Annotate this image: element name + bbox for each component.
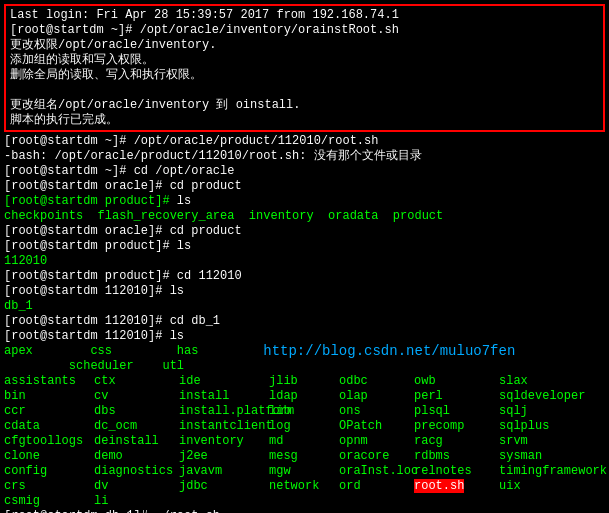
f5: cfgtoollogs — [4, 434, 94, 449]
text: 脚本的执行已完成。 — [10, 113, 118, 128]
root-sh-highlight: root.sh — [414, 479, 464, 493]
f52: sqldeveloper — [499, 389, 599, 404]
f36: olap — [339, 389, 414, 404]
cmd: /opt/oracle/inventory/orainstRoot.sh — [140, 23, 399, 38]
f23: inventory — [179, 434, 269, 449]
f58: uix — [499, 479, 599, 494]
f27: jlib — [269, 374, 339, 389]
line-12: [root@startdm oracle]# cd product — [4, 179, 605, 194]
cmd: ls — [170, 329, 184, 344]
text: 更改组名/opt/oracle/inventory 到 oinstall. — [10, 98, 300, 113]
prompt: [root@startdm product]# — [4, 239, 177, 254]
f56: sysman — [499, 449, 599, 464]
f4: cdata — [4, 419, 94, 434]
text: 删除全局的读取、写入和执行权限。 — [10, 68, 202, 83]
f34: network — [269, 479, 339, 494]
f44: perl — [414, 389, 499, 404]
f30: log — [269, 419, 339, 434]
f3: ccr — [4, 404, 94, 419]
prompt: [root@startdm db_1]# — [4, 509, 155, 513]
line-10: -bash: /opt/oracle/product/112010/root.s… — [4, 149, 605, 164]
line-14: checkpoints flash_recovery_area inventor… — [4, 209, 605, 224]
line-19: [root@startdm 112010]# ls — [4, 284, 605, 299]
line-prompt-db1: [root@startdm db_1]# ./root.sh — [4, 509, 605, 513]
file-listing: assistants bin ccr cdata cfgtoollogs clo… — [4, 374, 605, 509]
f45: plsql — [414, 404, 499, 419]
f7: config — [4, 464, 94, 479]
line-13: [root@startdm product]# ls — [4, 194, 605, 209]
line-6 — [10, 83, 599, 98]
line-16: [root@startdm product]# ls — [4, 239, 605, 254]
cmd: ls — [177, 194, 191, 209]
f43: owb — [414, 374, 499, 389]
f40: oracore — [339, 449, 414, 464]
f46: precomp — [414, 419, 499, 434]
col6: owb perl plsql precomp racg rdbms relnot… — [414, 374, 499, 509]
f35: odbc — [339, 374, 414, 389]
text: 112010 — [4, 254, 47, 269]
prompt: [root@startdm ~]# — [4, 164, 134, 179]
cmd: cd product — [170, 179, 242, 194]
f37: ons — [339, 404, 414, 419]
f39: opnm — [339, 434, 414, 449]
line-18: [root@startdm product]# cd 112010 — [4, 269, 605, 284]
line-17: 112010 — [4, 254, 605, 269]
f16: diagnostics — [94, 464, 179, 479]
f17: dv — [94, 479, 179, 494]
line-15: [root@startdm oracle]# cd product — [4, 224, 605, 239]
f28: ldap — [269, 389, 339, 404]
f21: install.platform — [179, 404, 269, 419]
f26: jdbc — [179, 479, 269, 494]
f2: bin — [4, 389, 94, 404]
f48: rdbms — [414, 449, 499, 464]
f9: csmig — [4, 494, 94, 509]
prompt: [root@startdm product]# — [4, 194, 177, 209]
text: 更改权限/opt/oracle/inventory. — [10, 38, 216, 53]
f50: root.sh — [414, 479, 499, 494]
cmd: cd db_1 — [170, 314, 220, 329]
f10: ctx — [94, 374, 179, 389]
f47: racg — [414, 434, 499, 449]
terminal-window: Last login: Fri Apr 28 15:39:57 2017 fro… — [0, 0, 609, 513]
f24: j2ee — [179, 449, 269, 464]
line-21: [root@startdm 112010]# cd db_1 — [4, 314, 605, 329]
col7: slax sqldeveloper sqlj sqlplus srvm sysm… — [499, 374, 599, 509]
cmd: ls — [170, 284, 184, 299]
f51: slax — [499, 374, 599, 389]
f25: javavm — [179, 464, 269, 479]
f1: assistants — [4, 374, 94, 389]
cmd: ./root.sh — [155, 509, 220, 513]
prompt: [root@startdm product]# — [4, 269, 177, 284]
f14: deinstall — [94, 434, 179, 449]
f13: dc_ocm — [94, 419, 179, 434]
text: 添加组的读取和写入权限。 — [10, 53, 154, 68]
f32: mesg — [269, 449, 339, 464]
f54: sqlplus — [499, 419, 599, 434]
f15: demo — [94, 449, 179, 464]
prompt: [root@startdm ~]# — [4, 134, 134, 149]
f20: install — [179, 389, 269, 404]
f49: relnotes — [414, 464, 499, 479]
prompt: [root@startdm ~]# — [10, 23, 140, 38]
f8: crs — [4, 479, 94, 494]
prompt: [root@startdm 112010]# — [4, 314, 170, 329]
cmd: cd /opt/oracle — [134, 164, 235, 179]
f31: md — [269, 434, 339, 449]
cmd: cd 112010 — [177, 269, 242, 284]
cmd: ls — [177, 239, 191, 254]
f6: clone — [4, 449, 94, 464]
f12: dbs — [94, 404, 179, 419]
f18: li — [94, 494, 179, 509]
cmd: cd product — [170, 224, 242, 239]
f19: ide — [179, 374, 269, 389]
cmd: /opt/oracle/product/112010/root.sh — [134, 134, 379, 149]
col1: assistants bin ccr cdata cfgtoollogs clo… — [4, 374, 94, 509]
line-20: db_1 — [4, 299, 605, 314]
f33: mgw — [269, 464, 339, 479]
line-4: 添加组的读取和写入权限。 — [10, 53, 599, 68]
line-2: [root@startdm ~]# /opt/oracle/inventory/… — [10, 23, 599, 38]
f41: oraInst.loc — [339, 464, 414, 479]
col4: jlib ldap lib log md mesg mgw network — [269, 374, 339, 509]
line-22: [root@startdm 112010]# ls — [4, 329, 605, 344]
col2: ctx cv dbs dc_ocm deinstall demo diagnos… — [94, 374, 179, 509]
